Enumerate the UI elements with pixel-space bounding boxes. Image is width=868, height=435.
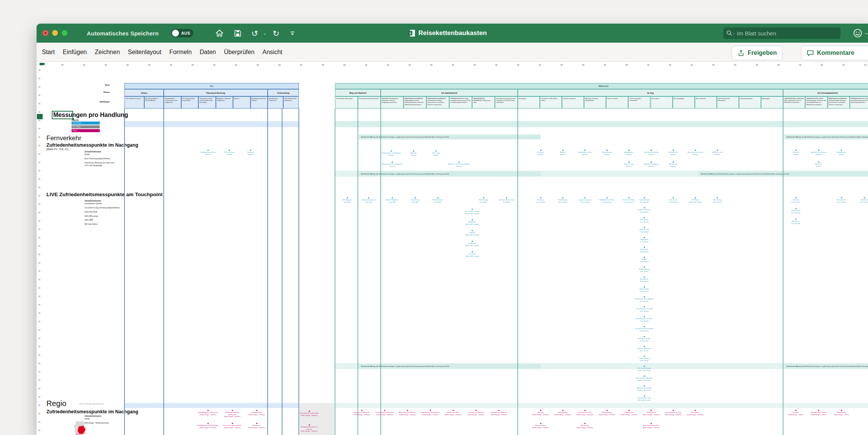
svg-text:x: x [409,31,411,35]
column-header-cell[interactable]: Buchen [233,96,251,109]
column-header-cell[interactable]: Zum Reiseverlauf informieren [717,96,739,109]
share-button[interactable]: Freigeben [732,46,782,60]
document-title-group: x Reisekettenbaukasten [408,24,487,43]
excel-document-icon: x [408,29,415,37]
column-header-cell[interactable]: ANKUNFT: Am Bahnhof ankommen und zur Umg… [381,96,404,109]
table-title-cell[interactable]: Während [335,83,868,89]
undo-chevron-icon[interactable]: ⌄ [262,24,267,43]
row-headers-strip[interactable] [38,69,40,433]
column-header-cell[interactable]: Zum Reiseverlauf informieren / Kontakt z… [495,96,518,109]
comments-button-label: Kommentare [817,50,854,56]
column-header-cell[interactable]: WC aufsuchen [695,96,717,109]
column-header-cell[interactable]: Bezahlung und Ticket erhalten [251,96,268,109]
phase-group-cell[interactable]: Im Zug [518,89,783,96]
tab-start[interactable]: Start [42,49,63,56]
column-header-cell[interactable]: Sich verpflegen [673,96,695,109]
column-header-cell[interactable]: Einsteigen [518,96,540,109]
tab-ansicht[interactable]: Ansicht [262,49,290,56]
column-header-cell[interactable]: WAYFINDING ELEMENTE: Im Bahnhof aufhalte… [426,96,449,109]
column-header-cell[interactable]: Für Verkehrsmittel entscheiden [181,96,199,109]
share-icon [737,50,745,57]
share-button-label: Freigeben [748,50,777,56]
sheet-background[interactable] [37,62,868,435]
search-input[interactable]: ⌄ Im Blatt suchen [723,27,841,39]
column-header-cell[interactable]: VERKNÜPFUNG FV: Weg zum Bahnsteig und zu… [449,96,472,109]
column-header-cell[interactable]: VERKNÜPFUNG GLEIS: Bahnsteig ggf. verlas… [805,96,827,109]
redo-icon[interactable]: ↻ [271,24,281,43]
column-header-cell[interactable]: Essen / Trinken [606,96,628,109]
home-icon[interactable] [215,24,224,43]
column-headers-strip[interactable] [40,64,868,66]
ribbon-tab-bar: StartEinfügenZeichnenSeitenlayoutFormeln… [37,43,868,62]
column-header-cell[interactable]: 'Erste Meile' überwinden [335,96,358,109]
column-header-cell[interactable]: Sich inspirieren lassen [124,96,144,109]
autosave-state: AUS [181,31,190,35]
close-button[interactable] [43,30,48,36]
phase-group-cell[interactable]: Planung & Buchung [164,89,268,96]
column-header-cell[interactable]: VERKNÜPFUNG UMGEBUNG: Warten am Gleis [472,96,495,109]
toggle-knob [172,30,179,37]
autosave-label: Automatisches Speichern [87,24,159,43]
column-header-cell[interactable]: Zeit nutzen [651,96,673,109]
column-header-cell[interactable]: WAYFINDING ELEMENTE: Eingangsbereich des… [404,96,426,109]
phase-group-cell[interactable]: Am Umsteigebahnhof [783,89,868,96]
fill-handle[interactable] [72,118,74,120]
smiley-chevron-icon[interactable]: ⌄ [864,30,868,35]
save-icon[interactable] [233,24,242,43]
column-header-cell[interactable]: Beruflicher Anlass / Privater Anlass [144,96,164,109]
tab-formeln[interactable]: Formeln [169,49,200,56]
column-header-cell[interactable]: Verbindung suchen und relevante Infos be… [198,96,216,109]
column-header-cell[interactable]: Gepäck verstauen [562,96,584,109]
column-header-cell[interactable]: Zum Reiseverlauf informieren [358,96,381,109]
table-title-cell[interactable]: Vor [124,83,299,89]
phase-group-cell[interactable]: Anlass [124,89,164,96]
column-header-cell[interactable]: WAYFINDING ELEMENTE: Im Bahnhof ggf. bew… [828,96,850,109]
column-header-cell[interactable]: Auf die Reise vorbereiten [268,96,283,109]
comments-button[interactable]: Kommentare [801,46,868,60]
search-scope-chevron-icon: ⌄ [732,31,736,35]
column-header-cell[interactable]: VERKNÜPFUNG GLEIS: Am Gleis ankommen und… [783,96,805,109]
column-header-cell[interactable]: VERKNÜPFUNG FV: Weg zum Bahnsteig und zu… [850,96,868,109]
window-titlebar: Automatisches Speichern AUS ↺ ⌄ ↻ x Reis… [37,24,868,43]
search-icon [726,30,732,36]
phase-group-cell[interactable]: Vorbereitung [268,89,299,96]
column-header-cell[interactable]: Zum Reiseverlauf informieren [283,96,299,109]
feedback-smiley-icon[interactable] [853,28,863,38]
phase-group-cell[interactable]: Am Startbahnhof [381,89,518,96]
minimize-button[interactable] [52,30,58,36]
column-header-cell[interactable]: Am Platz einrichten (Wohlfühlen) [584,96,606,109]
autosave-toggle[interactable]: AUS [171,29,193,37]
column-header-cell[interactable]: Orientieren / (Sitz-)Platz finden [540,96,562,109]
tab-überprüfen[interactable]: Überprüfen [224,49,262,56]
selected-cell-outline[interactable] [52,111,73,119]
column-header-cell[interactable]: Ticket vorzeigen / einchecken [628,96,650,109]
search-placeholder: Im Blatt suchen [737,30,776,37]
column-header-cell[interactable]: Angebote / Optionen vergleichen [216,96,233,109]
comment-icon [807,50,814,57]
fullscreen-button[interactable] [62,30,67,36]
tab-einfügen[interactable]: Einfügen [63,49,95,56]
more-commands-icon[interactable] [289,24,296,43]
column-header-cell[interactable]: Aussteigen [761,96,783,109]
column-header-cell[interactable]: Zusammenpacken [739,96,761,109]
phase-group-cell[interactable]: Weg zum Bahnhof [335,89,381,96]
column-header-cell[interactable]: Verkehrsmittel recherchieren und verglei… [164,96,181,109]
tab-daten[interactable]: Daten [200,49,224,56]
undo-icon[interactable]: ↺ [250,24,260,43]
document-title: Reisekettenbaukasten [418,29,487,37]
tab-zeichnen[interactable]: Zeichnen [95,49,128,56]
tab-seitenlayout[interactable]: Seitenlayout [128,49,169,56]
